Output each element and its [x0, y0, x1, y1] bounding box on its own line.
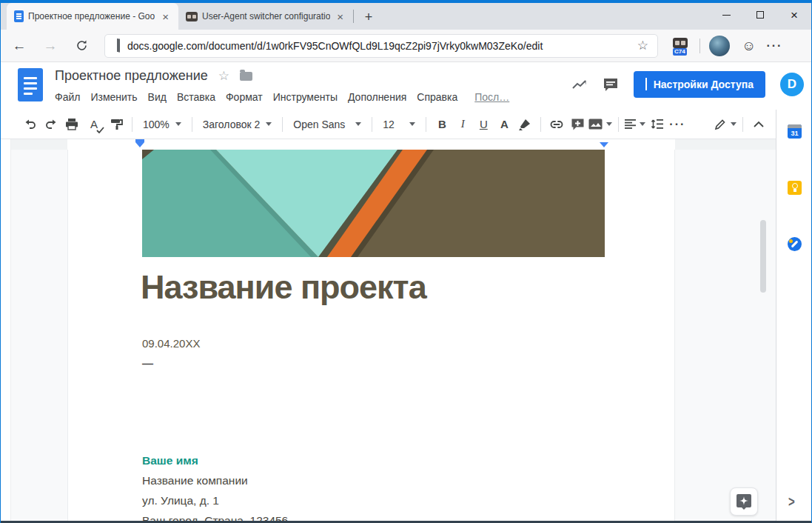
minimize-button[interactable] — [709, 3, 743, 27]
tab-user-agent-switcher[interactable]: User-Agent switcher configuratio × — [178, 3, 353, 30]
toolbar-separator — [426, 117, 426, 132]
doc-street[interactable]: ул. Улица, д. 1 — [142, 490, 288, 510]
move-to-folder-icon[interactable] — [240, 72, 252, 81]
browser-menu-button[interactable]: ··· — [766, 39, 782, 53]
doc-heading[interactable]: Название проекта — [141, 268, 426, 307]
print-button[interactable] — [62, 114, 81, 135]
text-color-button[interactable]: A — [494, 114, 514, 135]
explore-button[interactable] — [730, 487, 758, 516]
navigation-bar: ← → docs.google.com/document/d/1w0rkFV95… — [1, 30, 812, 62]
nav-separator — [699, 39, 700, 53]
maximize-button[interactable] — [743, 3, 777, 27]
doc-contact-block[interactable]: Ваше имя Название компании ул. Улица, д.… — [142, 450, 288, 523]
browser-window: Проектное предложение - Goo × User-Agent… — [0, 0, 812, 523]
https-lock-icon[interactable] — [117, 39, 120, 53]
chevron-down-icon — [731, 122, 736, 126]
spy-favicon — [186, 12, 198, 21]
refresh-button[interactable] — [69, 33, 94, 59]
share-button[interactable]: Настройки Доступа — [634, 71, 765, 98]
italic-button[interactable]: I — [453, 114, 472, 135]
share-button-label: Настройки Доступа — [654, 79, 754, 90]
collapse-toolbar-button[interactable] — [749, 114, 768, 135]
toolbar-more-button[interactable]: ··· — [668, 114, 687, 135]
bold-button[interactable]: B — [432, 114, 452, 135]
editing-mode-button[interactable] — [714, 114, 736, 135]
google-docs-logo[interactable] — [18, 68, 43, 101]
font-size-select[interactable]: 12 — [378, 114, 420, 135]
spy-extension-icon — [673, 38, 688, 48]
docs-toolbar: A 100% Заголовок 2 Open Sans 12 B I U A — [1, 110, 776, 139]
account-avatar[interactable]: D — [780, 73, 804, 96]
user-agent-extension-button[interactable]: C74 — [671, 38, 689, 54]
menu-tools[interactable]: Инструменты — [268, 89, 343, 105]
spellcheck-button[interactable]: A — [83, 114, 105, 135]
vertical-ruler[interactable] — [1, 139, 11, 521]
paragraph-style-select[interactable]: Заголовок 2 — [198, 114, 277, 135]
menu-view[interactable]: Вид — [143, 89, 172, 105]
highlight-color-button[interactable] — [515, 114, 534, 135]
chevron-down-icon — [409, 122, 415, 126]
menu-help[interactable]: Справка — [412, 89, 463, 105]
feedback-smiley-icon[interactable]: ☺ — [742, 38, 756, 54]
back-button[interactable]: ← — [7, 33, 32, 59]
tab-google-docs[interactable]: Проектное предложение - Goo × — [7, 3, 178, 30]
doc-date[interactable]: 09.04.20XX — [142, 337, 200, 350]
docs-header: Проектное предложение ☆ Файл Изменить Ви… — [1, 62, 812, 110]
doc-your-name[interactable]: Ваше имя — [142, 450, 288, 470]
google-keep-icon[interactable] — [788, 181, 802, 195]
toolbar-separator — [742, 117, 743, 132]
insert-link-button[interactable] — [547, 114, 566, 135]
last-edit-link[interactable]: Посл… — [474, 91, 509, 103]
close-tab-icon[interactable]: × — [160, 10, 171, 23]
google-calendar-icon[interactable]: 31 — [788, 124, 802, 139]
undo-button[interactable] — [21, 114, 40, 135]
chevron-down-icon — [606, 122, 612, 126]
horizontal-ruler[interactable] — [11, 139, 776, 150]
browser-profile-avatar[interactable] — [709, 36, 730, 56]
underline-button[interactable]: U — [474, 114, 493, 135]
left-indent-marker[interactable] — [135, 139, 144, 147]
tab-title: User-Agent switcher configuratio — [202, 11, 330, 21]
menu-format[interactable]: Формат — [221, 89, 268, 105]
doc-company[interactable]: Название компании — [142, 470, 288, 490]
toolbar-separator — [132, 117, 132, 132]
google-tasks-icon[interactable] — [788, 237, 802, 251]
tab-title: Проектное предложение - Goo — [28, 11, 155, 21]
bookmark-star-icon[interactable]: ☆ — [636, 38, 650, 53]
menu-insert[interactable]: Вставка — [172, 89, 221, 105]
toolbar-separator — [192, 117, 192, 132]
new-tab-button[interactable]: + — [358, 7, 379, 27]
redo-button[interactable] — [41, 114, 61, 135]
align-button[interactable] — [625, 114, 645, 135]
address-bar[interactable]: docs.google.com/document/d/1w0rkFV95CnOW… — [104, 34, 658, 58]
close-icon: × — [791, 9, 798, 21]
url-text[interactable]: docs.google.com/document/d/1w0rkFV95CnOW… — [127, 40, 636, 52]
chevron-down-icon — [355, 122, 361, 126]
star-document-icon[interactable]: ☆ — [218, 68, 229, 84]
line-spacing-button[interactable] — [647, 114, 666, 135]
side-panel: 31 > — [776, 110, 812, 521]
menu-addons[interactable]: Дополнения — [343, 89, 412, 105]
close-tab-icon[interactable]: × — [335, 10, 346, 23]
font-select[interactable]: Open Sans — [289, 114, 366, 135]
comments-icon[interactable] — [603, 77, 619, 93]
menu-edit[interactable]: Изменить — [85, 89, 142, 105]
paint-format-button[interactable] — [107, 114, 126, 135]
add-comment-button[interactable] — [568, 114, 587, 135]
close-window-button[interactable]: × — [777, 3, 811, 27]
doc-divider[interactable]: — — [142, 357, 153, 370]
document-stats-icon[interactable] — [571, 78, 588, 91]
document-title[interactable]: Проектное предложение — [55, 68, 208, 84]
hide-side-panel-chevron[interactable]: > — [788, 493, 795, 510]
menu-file[interactable]: Файл — [50, 89, 85, 105]
document-page[interactable]: Название проекта 09.04.20XX — Ваше имя Н… — [67, 150, 675, 521]
refresh-icon — [76, 39, 88, 52]
right-indent-marker[interactable] — [600, 142, 608, 147]
header-image[interactable] — [142, 150, 605, 257]
explore-star-icon — [735, 493, 753, 510]
document-canvas: Название проекта 09.04.20XX — Ваше имя Н… — [11, 150, 776, 521]
zoom-select[interactable]: 100% — [138, 114, 186, 135]
insert-image-button[interactable] — [588, 114, 612, 135]
vertical-scrollbar[interactable] — [760, 220, 766, 293]
tab-separator — [353, 10, 354, 23]
